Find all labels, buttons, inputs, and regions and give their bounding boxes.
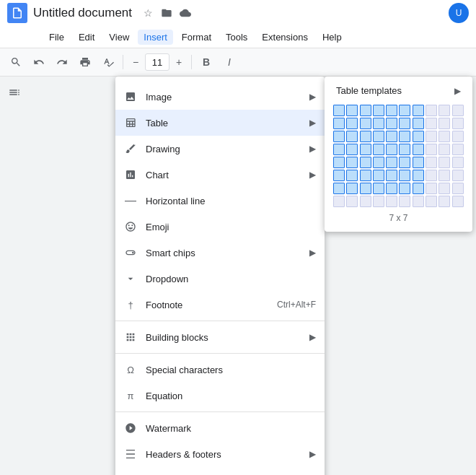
grid-cell[interactable] <box>333 170 345 181</box>
grid-cell[interactable] <box>333 196 345 207</box>
grid-cell[interactable] <box>373 196 384 207</box>
menu-insert[interactable]: Insert <box>138 30 173 45</box>
menu-view[interactable]: View <box>103 30 135 45</box>
grid-cell[interactable] <box>399 170 410 181</box>
menu-extensions[interactable]: Extensions <box>256 30 314 45</box>
grid-cell[interactable] <box>438 196 450 207</box>
menu-item-horizontal-line[interactable]: — Horizontal line <box>115 188 325 214</box>
grid-cell[interactable] <box>360 183 371 194</box>
grid-cell[interactable] <box>399 131 410 142</box>
menu-item-image[interactable]: Image ▶ <box>115 84 325 110</box>
font-size-input[interactable]: 11 <box>145 53 169 71</box>
grid-cell[interactable] <box>399 183 410 194</box>
grid-cell[interactable] <box>452 105 464 116</box>
grid-cell[interactable] <box>413 170 424 181</box>
grid-cell[interactable] <box>346 157 358 168</box>
grid-cell[interactable] <box>399 157 410 168</box>
grid-cell[interactable] <box>426 144 437 155</box>
font-size-decrease[interactable]: − <box>128 54 144 70</box>
menu-tools[interactable]: Tools <box>220 30 253 45</box>
menu-item-smart-chips[interactable]: Smart chips ▶ <box>115 240 325 266</box>
grid-cell[interactable] <box>360 105 371 116</box>
menu-help[interactable]: Help <box>317 30 348 45</box>
grid-cell[interactable] <box>360 131 371 142</box>
grid-cell[interactable] <box>346 131 358 142</box>
grid-cell[interactable] <box>333 118 345 129</box>
grid-cell[interactable] <box>438 170 450 181</box>
menu-item-page-numbers[interactable]: # Page numbers ▶ <box>115 467 325 475</box>
grid-cell[interactable] <box>360 196 371 207</box>
grid-cell[interactable] <box>399 105 410 116</box>
menu-item-building-blocks[interactable]: Building blocks ▶ <box>115 324 325 350</box>
star-icon[interactable]: ☆ <box>141 6 155 20</box>
grid-cell[interactable] <box>413 183 424 194</box>
redo-btn[interactable] <box>52 52 72 72</box>
grid-cell[interactable] <box>386 170 397 181</box>
document-title[interactable]: Untitled document <box>33 6 132 20</box>
folder-icon[interactable] <box>159 6 174 20</box>
grid-cell[interactable] <box>426 131 437 142</box>
grid-cell[interactable] <box>452 170 464 181</box>
grid-cell[interactable] <box>386 131 397 142</box>
grid-cell[interactable] <box>413 105 424 116</box>
grid-cell[interactable] <box>399 118 410 129</box>
grid-cell[interactable] <box>438 183 450 194</box>
grid-cell[interactable] <box>452 118 464 129</box>
grid-cell[interactable] <box>399 144 410 155</box>
grid-cell[interactable] <box>346 144 358 155</box>
grid-cell[interactable] <box>386 183 397 194</box>
grid-cell[interactable] <box>333 157 345 168</box>
grid-cell[interactable] <box>452 131 464 142</box>
grid-cell[interactable] <box>373 144 384 155</box>
grid-cell[interactable] <box>386 105 397 116</box>
grid-cell[interactable] <box>413 118 424 129</box>
grid-cell[interactable] <box>333 183 345 194</box>
grid-cell[interactable] <box>360 144 371 155</box>
grid-cell[interactable] <box>413 131 424 142</box>
menu-item-watermark[interactable]: Watermark <box>115 415 325 441</box>
menu-item-headers-footers[interactable]: Headers & footers ▶ <box>115 441 325 467</box>
grid-cell[interactable] <box>438 118 450 129</box>
grid-cell[interactable] <box>426 157 437 168</box>
grid-cell[interactable] <box>438 131 450 142</box>
menu-item-dropdown[interactable]: Dropdown <box>115 266 325 292</box>
menu-edit[interactable]: Edit <box>73 30 100 45</box>
cloud-icon[interactable] <box>178 6 193 20</box>
grid-cell[interactable] <box>452 157 464 168</box>
user-avatar[interactable]: U <box>449 3 469 23</box>
grid-cell[interactable] <box>438 105 450 116</box>
grid-cell[interactable] <box>426 196 437 207</box>
menu-file[interactable]: File <box>43 30 70 45</box>
menu-item-special-chars[interactable]: Ω Special characters <box>115 357 325 383</box>
grid-cell[interactable] <box>373 170 384 181</box>
print-btn[interactable] <box>75 52 95 72</box>
grid-cell[interactable] <box>386 157 397 168</box>
grid-cell[interactable] <box>426 170 437 181</box>
grid-cell[interactable] <box>373 131 384 142</box>
grid-cell[interactable] <box>413 157 424 168</box>
grid-cell[interactable] <box>426 183 437 194</box>
grid-cell[interactable] <box>333 105 345 116</box>
grid-cell[interactable] <box>452 183 464 194</box>
menu-item-chart[interactable]: Chart ▶ <box>115 162 325 188</box>
grid-cell[interactable] <box>386 118 397 129</box>
grid-cell[interactable] <box>438 144 450 155</box>
grid-cell[interactable] <box>373 157 384 168</box>
menu-item-equation[interactable]: π Equation <box>115 383 325 409</box>
grid-cell[interactable] <box>413 196 424 207</box>
grid-cell[interactable] <box>360 157 371 168</box>
grid-cell[interactable] <box>346 118 358 129</box>
grid-cell[interactable] <box>373 118 384 129</box>
table-grid[interactable] <box>330 102 467 210</box>
grid-cell[interactable] <box>413 144 424 155</box>
undo-btn[interactable] <box>29 52 49 72</box>
grid-cell[interactable] <box>346 196 358 207</box>
grid-cell[interactable] <box>386 144 397 155</box>
menu-item-table[interactable]: Table ▶ <box>115 110 325 136</box>
menu-item-drawing[interactable]: Drawing ▶ <box>115 136 325 162</box>
grid-cell[interactable] <box>333 131 345 142</box>
menu-item-footnote[interactable]: † Footnote Ctrl+Alt+F <box>115 292 325 318</box>
grid-cell[interactable] <box>386 196 397 207</box>
grid-cell[interactable] <box>426 105 437 116</box>
grid-cell[interactable] <box>346 105 358 116</box>
